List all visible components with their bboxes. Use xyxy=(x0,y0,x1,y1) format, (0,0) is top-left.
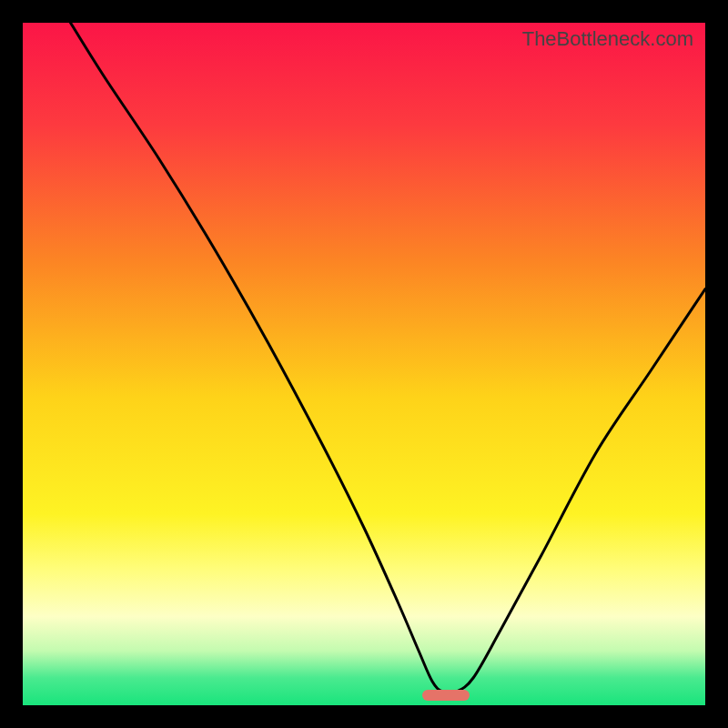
bottleneck-curve xyxy=(23,23,705,705)
optimal-marker xyxy=(422,690,470,701)
chart-frame: TheBottleneck.com xyxy=(0,0,728,728)
watermark-text: TheBottleneck.com xyxy=(522,27,693,51)
plot-area: TheBottleneck.com xyxy=(23,23,705,705)
